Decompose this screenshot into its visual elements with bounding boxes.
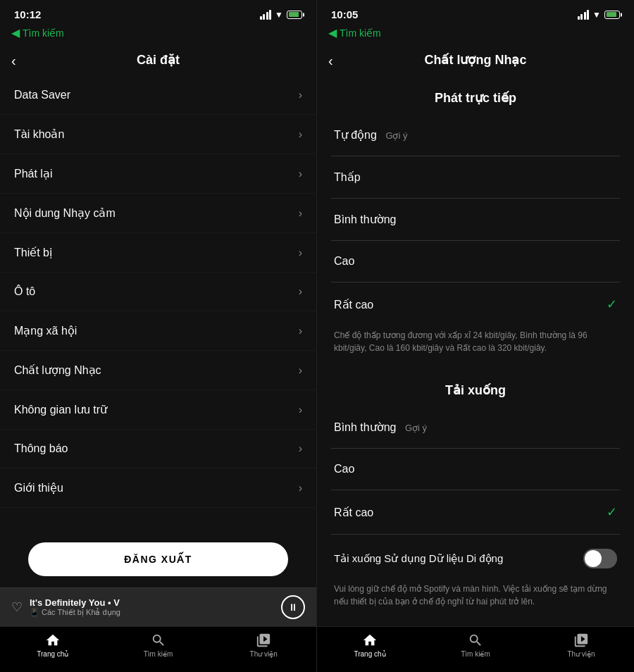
chevron-right-icon: › xyxy=(299,364,302,377)
page-header-left: ‹ Cài đặt xyxy=(0,45,316,76)
mini-player: ♡ It's Definitely You • V 📱 Các Thiết bị… xyxy=(0,587,316,626)
time-right: 10:05 xyxy=(331,8,358,20)
back-chevron-right: ◀ xyxy=(328,26,337,39)
nav-library-label-right: Thư viện xyxy=(567,650,595,658)
settings-item-data-saver[interactable]: Data Saver › xyxy=(0,76,316,115)
battery-icon-right xyxy=(604,11,620,19)
settings-item-thiet-bi[interactable]: Thiết bị › xyxy=(0,233,316,273)
bottom-nav-left: Trang chủ Tìm kiếm Thư viện xyxy=(0,626,316,672)
pause-button[interactable]: ⏸ xyxy=(281,595,305,619)
toggle-mobile-data-switch[interactable] xyxy=(583,549,617,568)
streaming-option-cao[interactable]: Cao xyxy=(331,244,620,279)
right-panel: 10:05 ▼ ◀ Tìm kiếm ‹ Chất lượng Nhạc Phá… xyxy=(317,0,634,672)
track-info: It's Definitely You • V 📱 Các Thiết bị K… xyxy=(23,597,281,617)
signal-icon xyxy=(260,10,272,20)
nav-library-right[interactable]: Thư viện xyxy=(528,633,634,658)
nav-home-left[interactable]: Trang chủ xyxy=(0,633,106,658)
status-icons-left: ▼ xyxy=(260,10,302,20)
library-icon xyxy=(256,633,271,648)
toggle-knob xyxy=(585,550,602,567)
back-arrow-left[interactable]: ‹ xyxy=(11,53,16,69)
logout-button[interactable]: ĐĂNG XUẤT xyxy=(28,542,288,576)
streaming-option-binh-thuong[interactable]: Bình thường xyxy=(331,201,620,237)
back-arrow-right[interactable]: ‹ xyxy=(328,53,333,69)
chevron-right-icon: › xyxy=(299,207,302,220)
status-bar-right: 10:05 ▼ xyxy=(317,0,634,25)
streaming-section-title: Phát trực tiếp xyxy=(331,76,620,117)
nav-search-label-right: Tìm kiếm xyxy=(461,650,490,658)
status-bar-left: 10:12 ▼ xyxy=(0,0,316,25)
left-panel: 10:12 ▼ ◀ Tìm kiếm ‹ Cài đặt Data Saver … xyxy=(0,0,317,672)
back-nav-left[interactable]: ◀ Tìm kiếm xyxy=(0,25,316,45)
settings-item-gioi-thieu[interactable]: Giới thiệu › xyxy=(0,468,316,508)
track-device: 📱 Các Thiết bị Khả dụng xyxy=(30,608,274,617)
download-note: Vui lòng giữ chế độ mở Spotify và màn hì… xyxy=(331,580,620,619)
back-chevron-left: ◀ xyxy=(11,26,20,39)
chevron-right-icon: › xyxy=(299,404,302,416)
chevron-right-icon: › xyxy=(299,168,302,180)
chevron-right-icon: › xyxy=(299,128,302,141)
search-icon-right xyxy=(468,633,483,648)
download-option-cao[interactable]: Cao xyxy=(331,452,620,487)
bottom-nav-right: Trang chủ Tìm kiếm Thư viện xyxy=(317,626,634,672)
settings-item-thong-bao[interactable]: Thông báo › xyxy=(0,430,316,468)
wifi-icon-right: ▼ xyxy=(592,10,601,20)
heart-icon[interactable]: ♡ xyxy=(11,599,23,615)
nav-home-label-right: Trang chủ xyxy=(354,650,385,658)
nav-home-label-left: Trang chủ xyxy=(37,650,68,658)
logout-section: ĐĂNG XUẤT xyxy=(0,525,316,587)
settings-item-khong-gian-luu-tru[interactable]: Không gian lưu trữ › xyxy=(0,390,316,430)
chevron-right-icon: › xyxy=(299,482,302,494)
streaming-description: Chế độ thấp tương đương với xấp xỉ 24 kb… xyxy=(331,323,620,368)
settings-item-chat-luong-nhac[interactable]: Chất lượng Nhạc › xyxy=(0,351,316,390)
back-label-right: Tìm kiếm xyxy=(340,27,381,39)
download-option-rat-cao[interactable]: Rất cao ✓ xyxy=(331,493,620,531)
nav-search-left[interactable]: Tìm kiếm xyxy=(106,633,211,658)
streaming-option-tu-dong[interactable]: Tự động Gợi ý xyxy=(331,117,620,153)
back-nav-right[interactable]: ◀ Tìm kiếm xyxy=(317,25,634,45)
settings-item-noi-dung-nhay-cam[interactable]: Nội dung Nhạy cảm › xyxy=(0,194,316,233)
toggle-mobile-data-row: Tải xuống Sử dụng Dữ liệu Di động xyxy=(331,537,620,580)
status-icons-right: ▼ xyxy=(578,10,620,20)
chevron-right-icon: › xyxy=(299,285,302,298)
nav-library-label-left: Thư viện xyxy=(250,650,278,658)
check-icon-download-rat-cao: ✓ xyxy=(607,504,617,520)
home-icon-right xyxy=(362,633,378,648)
chevron-right-icon: › xyxy=(299,89,302,101)
quality-content: Phát trực tiếp Tự động Gợi ý Thấp Bình t… xyxy=(317,76,634,626)
download-section-title: Tải xuống xyxy=(331,368,620,409)
streaming-option-rat-cao[interactable]: Rất cao ✓ xyxy=(331,285,620,323)
chevron-right-icon: › xyxy=(299,247,302,259)
time-left: 10:12 xyxy=(14,8,41,20)
chevron-right-icon: › xyxy=(299,325,302,337)
track-name: It's Definitely You • V xyxy=(30,597,274,608)
chevron-right-icon: › xyxy=(299,442,302,455)
nav-search-right[interactable]: Tìm kiếm xyxy=(423,633,528,658)
check-icon-rat-cao: ✓ xyxy=(607,297,617,312)
back-label-left: Tìm kiếm xyxy=(23,27,64,39)
page-title-left: Cài đặt xyxy=(137,53,180,67)
home-icon xyxy=(45,633,61,648)
page-header-right: ‹ Chất lượng Nhạc xyxy=(317,45,634,76)
download-option-binh-thuong[interactable]: Bình thường Gợi ý xyxy=(331,409,620,445)
settings-list: Data Saver › Tài khoản › Phát lại › Nội … xyxy=(0,76,316,525)
page-title-right: Chất lượng Nhạc xyxy=(425,53,527,67)
nav-library-left[interactable]: Thư viện xyxy=(211,633,316,658)
settings-item-mang-xa-hoi[interactable]: Mạng xã hội › xyxy=(0,311,316,351)
search-icon xyxy=(151,633,166,648)
streaming-option-thap[interactable]: Thấp xyxy=(331,159,620,195)
settings-item-tai-khoan[interactable]: Tài khoản › xyxy=(0,115,316,154)
library-icon-right xyxy=(573,633,589,648)
nav-home-right[interactable]: Trang chủ xyxy=(317,633,423,658)
battery-icon xyxy=(287,11,302,19)
toggle-mobile-data-label: Tải xuống Sử dụng Dữ liệu Di động xyxy=(334,552,583,565)
signal-icon-right xyxy=(578,10,590,20)
nav-search-label-left: Tìm kiếm xyxy=(144,650,173,658)
wifi-icon: ▼ xyxy=(275,10,283,20)
settings-item-o-to[interactable]: Ô tô › xyxy=(0,273,316,311)
settings-item-phat-lai[interactable]: Phát lại › xyxy=(0,154,316,194)
